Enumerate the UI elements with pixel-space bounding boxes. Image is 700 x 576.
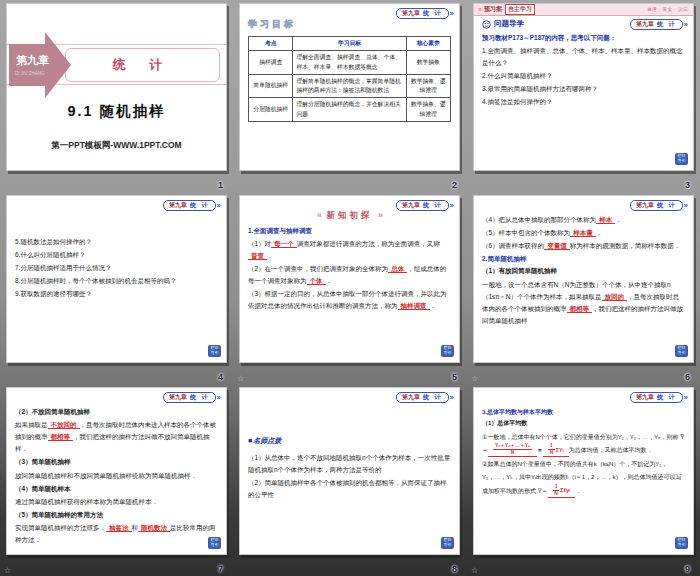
chevron-right-icon: » <box>450 201 454 210</box>
fill-blank: 抽样调查 <box>398 302 430 310</box>
fill-blank: 样本 <box>596 216 615 224</box>
definition-paragraph: 一般地，设一个总体含有N（N为正整数）个个体，从中逐个抽取n（1≤n＜N）个个体… <box>482 279 685 327</box>
chapter-label: 第九章 <box>169 393 187 402</box>
definition-paragraph: ②如果总体的N个变量值中，不同的值共有k（k≤N）个，不妨记为Y₁，Y₂，…，Y… <box>482 458 685 497</box>
slide-4-thumbnail[interactable]: 第九章统 计 » 5.随机数法是如何操作的？ 6.什么叫分层随机抽样？ 7.分层… <box>6 195 227 363</box>
new-knowledge-badge: « 新知初探 » <box>248 210 451 222</box>
banner-tag: 自主学习 <box>505 4 535 15</box>
definition-paragraph: ①一般地，总体中有N个个体，它们的变量值分别为Y₁，Y₂，…，Yₙ，则称 Y̅＝… <box>482 431 685 458</box>
subject-banner: 统 计 <box>65 48 220 82</box>
page-number: 8 <box>452 564 457 574</box>
fraction: Y₁＋Y₂＋…＋YₙN <box>493 443 532 456</box>
chapter-header: 第九章统 计 » <box>163 392 221 403</box>
col-header: 学习目标 <box>293 37 406 51</box>
lesson-phase-banner: » 预习案· 自主学习 梳理 · 落实 · 识记 <box>474 4 693 16</box>
subject-label: 统 计 <box>423 9 443 18</box>
fraction: 1N <box>553 484 560 497</box>
table-row: 抽样调查 理解全面调查、抽样调查、总体、个体、样本、样本量、样本数据等概念 数学… <box>249 51 451 75</box>
definition-paragraph: （2）在一个调查中，我们把调查对象的全体称为总体，组成总体的每一个调查对象称为个… <box>248 263 451 287</box>
nav-corner-button[interactable]: 栏目导引 <box>208 345 221 357</box>
slide-8-thumbnail[interactable]: 第九章统 计 » ■名师点拨 （1）从总体中，逐个不放回地随机抽取n个个体作为样… <box>239 387 460 555</box>
tip-paragraph: （2）简单随机抽样中各个个体被抽到的机会都相等，从而保证了抽样的公平性 <box>248 477 451 501</box>
nav-corner-button[interactable]: 栏目导引 <box>675 345 688 357</box>
slide-5-thumbnail[interactable]: 第九章统 计 » « 新知初探 » 1.全面调查与抽样调查 （1）对每一个调查对… <box>239 195 460 363</box>
chapter-label: 第九章 <box>636 20 654 29</box>
col-header: 核心素养 <box>406 37 450 51</box>
cell-slide-3: » 预习案· 自主学习 梳理 · 落实 · 识记 第九章统 计 » 问题导学 预… <box>467 0 700 192</box>
badge-right-decor: » <box>378 210 382 220</box>
fraction: 1N <box>548 443 555 456</box>
slide-9-thumbnail[interactable]: 第九章统 计 » 3.总体平均数与样本平均数 （1）总体平均数 ①一般地，总体中… <box>473 387 694 555</box>
slide-1-thumbnail[interactable]: 统 计 第九章 DI JIU ZHANG 9.1 随机抽样 第一PPT模板网-W… <box>6 3 227 171</box>
question-item: 8.分层随机抽样时，每个个体被抽到的机会是相等的吗？ <box>15 275 218 287</box>
tip-paragraph: （1）从总体中，逐个不放回地随机抽取n个个体作为样本，一次性批量随机抽取n个个体… <box>248 452 451 476</box>
badge-left-decor: « <box>317 210 321 220</box>
fill-blank: 都相等 <box>567 305 593 313</box>
section-badge: 学习目标 <box>248 18 296 31</box>
chapter-header: 第九章统 计 » <box>396 8 454 19</box>
chapter-label: 第九章 <box>402 393 420 402</box>
cell-competency: 数学抽象、逻辑推理 <box>406 74 450 98</box>
nav-corner-button[interactable]: 栏目导引 <box>675 537 688 549</box>
table-row: 简单随机抽样 理解简单随机抽样的概念，掌握简单随机抽样的两种方法：抽签法和随机数… <box>249 74 451 98</box>
page-number: 3 <box>685 180 690 190</box>
chapter-badge-pinyin: DI JIU ZHANG <box>15 71 45 76</box>
sub-heading: （1）总体平均数 <box>482 418 685 429</box>
fill-blank: 不放回的 <box>48 421 80 429</box>
definition-paragraph: 放回简单随机抽样和不放回简单随机抽样统称为简单随机抽样． <box>15 470 218 482</box>
question-item: 7.分层随机抽样适用于什么情况？ <box>15 262 218 274</box>
slide-2-thumbnail[interactable]: 第九章统 计 » 学习目标 考点 学习目标 核心素养 抽样调查 理解全面调查、抽… <box>239 3 460 171</box>
cell-topic: 简单随机抽样 <box>249 74 293 98</box>
chapter-label: 第九章 <box>402 9 420 18</box>
formula-blank: Y₁＋Y₂＋…＋YₙN <box>488 443 537 457</box>
subject-label: 统 计 <box>423 393 443 402</box>
chapter-label: 第九章 <box>636 393 654 402</box>
definition-paragraph: （4）把从总体中抽取的那部分个体称为样本． <box>482 214 685 226</box>
subject-label: 统 计 <box>657 201 677 210</box>
topic-heading: 3.总体平均数与样本平均数 <box>482 407 685 418</box>
banner-subtext: 梳理 · 落实 · 识记 <box>647 7 688 12</box>
question-item: 3.最常用的简单随机抽样方法有哪两种？ <box>482 83 685 95</box>
topic-heading: 2.简单随机抽样 <box>482 253 685 265</box>
fill-blank: 抽签法 <box>106 524 132 532</box>
star-mark: ☆ <box>471 566 478 575</box>
slide-3-thumbnail[interactable]: » 预习案· 自主学习 梳理 · 落实 · 识记 第九章统 计 » 问题导学 预… <box>473 3 694 171</box>
page-number: 9 <box>685 564 690 574</box>
subject-label: 统 计 <box>190 201 210 210</box>
fill-blank: 总体 <box>388 265 407 273</box>
definition-paragraph: （3）根据一定的目的，从总体中抽取一部分个体进行调查，并以此为依据对总体的情况作… <box>248 288 451 312</box>
cell-slide-1: 统 计 第九章 DI JIU ZHANG 9.1 随机抽样 第一PPT模板网-W… <box>0 0 233 192</box>
preview-intro: 预习教材P173～P187的内容，思考以下问题： <box>482 32 685 44</box>
cell-slide-4: 第九章统 计 » 5.随机数法是如何操作的？ 6.什么叫分层随机抽样？ 7.分层… <box>0 192 233 384</box>
fill-blank: 放回的 <box>602 293 628 301</box>
formula-blank: 1NΣfᵢyᵢ <box>548 484 575 498</box>
chevron-right-icon: » <box>217 393 221 402</box>
nav-corner-button[interactable]: 栏目导引 <box>441 345 454 357</box>
star-mark: ☆ <box>471 374 478 383</box>
page-number: 6 <box>685 372 690 382</box>
watermark-text: 第一PPT模板网-WWW.1PPT.COM <box>7 140 226 152</box>
fill-blank: 变量值 <box>544 242 570 250</box>
topic-heading: 1.全面调查与抽样调查 <box>248 225 451 237</box>
sigma-term: Σfᵢyᵢ <box>560 485 570 497</box>
cell-competency: 数学抽象 <box>406 51 450 75</box>
slide-7-thumbnail[interactable]: 第九章统 计 » （2）不放回简单随机抽样 如果抽取是不放回的，且每次抽取时总体… <box>6 387 227 555</box>
nav-corner-button[interactable]: 栏目导引 <box>675 153 688 165</box>
cell-competency: 数学抽象、逻辑推理 <box>406 98 450 122</box>
nav-corner-button[interactable]: 栏目导引 <box>441 537 454 549</box>
cell-slide-8: 第九章统 计 » ■名师点拨 （1）从总体中，逐个不放回地随机抽取n个个体作为样… <box>233 384 467 576</box>
chevron-right-icon: » <box>217 201 221 210</box>
chevron-right-icon: » <box>478 6 482 13</box>
sub-heading: （5）简单随机抽样的常用方法 <box>15 509 218 521</box>
nav-corner-button[interactable]: 栏目导引 <box>208 537 221 549</box>
page-number: 7 <box>218 564 223 574</box>
sub-heading: （1）有放回简单随机抽样 <box>482 265 685 277</box>
star-mark: ☆ <box>4 566 11 575</box>
definition-paragraph: 如果抽取是不放回的，且每次抽取时总体内未进入样本的各个个体被抽到的概率都相等，我… <box>15 419 218 455</box>
chapter-header: 第九章统 计 » <box>396 392 454 403</box>
cell-objective: 理解分层随机抽样的概念，并会解决相关问题 <box>293 98 406 122</box>
cell-objective: 理解简单随机抽样的概念，掌握简单随机抽样的两种方法：抽签法和随机数法 <box>293 74 406 98</box>
chapter-header: 第九章统 计 » <box>163 200 221 211</box>
chapter-header: 第九章统 计 » <box>630 19 688 30</box>
slide-6-thumbnail[interactable]: 第九章统 计 » （4）把从总体中抽取的那部分个体称为样本． （5）样本中包含的… <box>473 195 694 363</box>
